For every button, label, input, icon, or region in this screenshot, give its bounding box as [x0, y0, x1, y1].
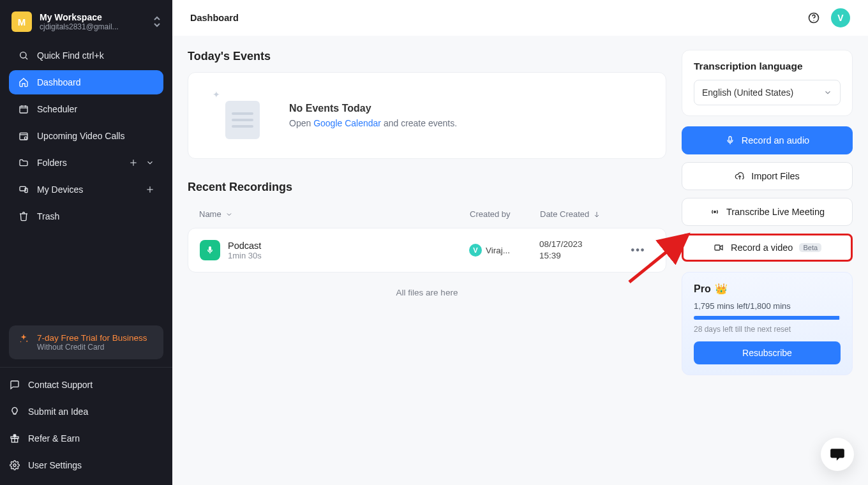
file-date: 08/17/2023: [539, 239, 622, 250]
chat-fab[interactable]: [821, 438, 854, 471]
help-button[interactable]: [805, 10, 822, 26]
sidebar-item-label: Folders: [37, 158, 67, 168]
button-label: Record an audio: [742, 135, 809, 146]
events-suffix-text: and create events.: [381, 118, 457, 128]
plan-usage: 1,795 mins left/1,800 mins: [694, 301, 841, 311]
svg-point-8: [24, 137, 27, 139]
svg-rect-29: [715, 245, 720, 250]
svg-point-28: [714, 211, 716, 213]
sidebar-item-my-devices[interactable]: My Devices: [9, 177, 163, 202]
button-label: Record a video: [731, 243, 793, 253]
events-empty-title: No Events Today: [289, 103, 457, 114]
calendar-icon: [18, 103, 29, 115]
devices-icon: [18, 184, 29, 195]
table-row[interactable]: Podcast 1min 30s V Viraj... 08/17/2023 1…: [188, 228, 666, 272]
file-type-icon: [200, 240, 220, 260]
sidebar-item-label: Submit an Idea: [28, 407, 88, 417]
sparkle-icon: [18, 333, 29, 345]
topbar: Dashboard V: [172, 0, 868, 36]
sidebar-item-label: My Devices: [37, 184, 83, 195]
quick-find-label: Quick Find ctrl+k: [37, 50, 104, 61]
free-trial-card[interactable]: 7-day Free Trial for Business Without Cr…: [9, 325, 163, 359]
sidebar-item-contact-support[interactable]: Contact Support: [0, 373, 172, 397]
col-date-created[interactable]: Date Created: [540, 209, 623, 219]
section-recent-recordings: Recent Recordings: [188, 181, 666, 194]
trash-icon: [18, 211, 29, 222]
svg-point-15: [26, 341, 27, 342]
sidebar-item-submit-idea[interactable]: Submit an Idea: [0, 399, 172, 424]
col-date-label: Date Created: [540, 209, 589, 219]
sidebar-item-trash[interactable]: Trash: [9, 204, 163, 228]
svg-rect-2: [20, 106, 27, 113]
list-end-label: All files are here: [188, 288, 666, 297]
import-files-button[interactable]: Import Files: [682, 162, 853, 190]
plan-progress: [694, 316, 841, 320]
file-duration: 1min 30s: [228, 251, 262, 260]
svg-rect-25: [729, 137, 731, 141]
events-illustration: ✦: [204, 87, 274, 144]
add-device-button[interactable]: [146, 185, 154, 194]
plan-card: Pro 👑 1,795 mins left/1,800 mins 28 days…: [682, 272, 853, 375]
workspace-logo: M: [11, 11, 32, 32]
sidebar-item-label: User Settings: [28, 460, 82, 470]
svg-point-16: [20, 341, 22, 343]
workspace-switcher[interactable]: M My Workspace cjdigitals2831@gmail...: [0, 0, 172, 36]
trial-title: 7-day Free Trial for Business: [37, 333, 147, 343]
svg-point-20: [13, 464, 16, 466]
transcribe-live-button[interactable]: Transcribe Live Meeting: [682, 198, 853, 226]
sidebar-item-scheduler[interactable]: Scheduler: [9, 97, 163, 121]
col-name[interactable]: Name: [199, 209, 470, 219]
home-icon: [18, 77, 29, 88]
col-created-by[interactable]: Created by: [470, 209, 540, 219]
sidebar: M My Workspace cjdigitals2831@gmail... Q…: [0, 0, 172, 485]
sidebar-item-label: Refer & Earn: [28, 433, 80, 444]
trial-subtitle: Without Credit Card: [37, 343, 147, 352]
sidebar-item-folders[interactable]: Folders: [9, 151, 163, 175]
sidebar-item-refer-earn[interactable]: Refer & Earn: [0, 426, 172, 451]
creator-name: Viraj...: [486, 246, 510, 255]
workspace-email: cjdigitals2831@gmail...: [40, 22, 119, 31]
button-label: Import Files: [751, 171, 800, 181]
user-avatar[interactable]: V: [831, 8, 850, 27]
sidebar-item-dashboard[interactable]: Dashboard: [9, 70, 163, 94]
chevron-down-icon[interactable]: [146, 158, 154, 167]
workspace-name: My Workspace: [40, 12, 119, 22]
folder-icon: [18, 157, 29, 168]
language-value: English (United States): [702, 87, 793, 98]
creator-avatar: V: [469, 244, 482, 257]
svg-point-22: [813, 20, 814, 20]
video-icon: [713, 243, 724, 253]
panel-title: Transcription language: [694, 61, 841, 72]
mic-icon: [725, 135, 735, 146]
upload-cloud-icon: [735, 171, 745, 181]
quick-find[interactable]: Quick Find ctrl+k: [9, 43, 163, 68]
language-select[interactable]: English (United States): [694, 80, 841, 105]
chevron-down-icon: [225, 211, 233, 218]
svg-marker-30: [720, 246, 722, 250]
file-name: Podcast: [228, 241, 262, 251]
chat-bubble-icon: [829, 446, 846, 463]
sidebar-item-user-settings[interactable]: User Settings: [0, 453, 172, 477]
file-time: 15:39: [539, 250, 622, 262]
chevron-updown-icon[interactable]: [153, 16, 161, 27]
add-folder-button[interactable]: [129, 158, 138, 167]
resubscribe-button[interactable]: Resubscribe: [694, 341, 841, 364]
table-header: Name Created by Date Created: [188, 203, 666, 225]
sidebar-item-label: Contact Support: [28, 380, 93, 390]
record-audio-button[interactable]: Record an audio: [682, 126, 853, 154]
transcription-language-panel: Transcription language English (United S…: [682, 50, 853, 116]
section-todays-events: Today's Events: [188, 50, 666, 63]
col-name-label: Name: [199, 209, 221, 219]
row-more-button[interactable]: •••: [622, 244, 654, 256]
arrow-down-icon: [593, 211, 601, 218]
google-calendar-link[interactable]: Google Calendar: [313, 118, 381, 128]
beta-badge: Beta: [799, 243, 821, 252]
record-video-button[interactable]: Record a video Beta: [682, 234, 853, 262]
sidebar-item-label: Upcoming Video Calls: [37, 131, 124, 141]
crown-icon: 👑: [715, 283, 728, 295]
chat-icon: [9, 379, 20, 391]
broadcast-icon: [710, 207, 720, 217]
events-open-text: Open: [289, 118, 313, 128]
events-empty-card: ✦ No Events Today Open Google Calendar a…: [188, 72, 666, 159]
sidebar-item-upcoming-calls[interactable]: Upcoming Video Calls: [9, 124, 163, 148]
